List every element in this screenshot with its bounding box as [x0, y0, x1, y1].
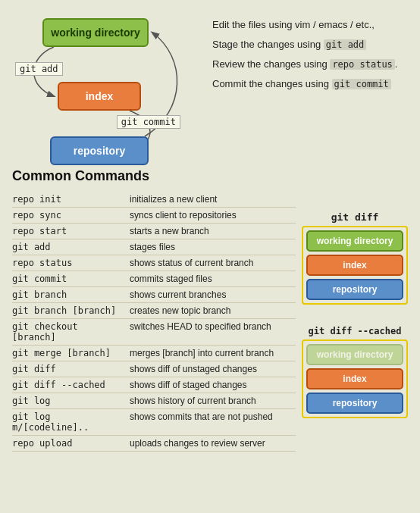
cmd-name: git diff --cached	[12, 380, 130, 390]
git-diff-label: git diff	[302, 211, 408, 223]
table-row: repo syncsyncs client to repositories	[12, 208, 296, 224]
table-row: repo statusshows status of current branc…	[12, 255, 296, 271]
cmd-name: git log	[12, 396, 130, 406]
cmd-name: repo start	[12, 226, 130, 236]
table-row: git diff --cachedshows diff of staged ch…	[12, 377, 296, 393]
cmd-desc: stages files	[130, 242, 296, 252]
commands-body: repo initinitializes a new clientrepo sy…	[12, 192, 408, 452]
table-row: repo initinitializes a new client	[12, 192, 296, 208]
instruction-line3: Review the changes using repo status.	[212, 56, 405, 73]
cmd-desc: shows current branches	[130, 289, 296, 300]
cmd-desc: uploads changes to review server	[130, 438, 296, 449]
diff-cached-index-box: index	[306, 368, 403, 389]
cmd-name: repo init	[12, 194, 130, 205]
git-add-label: git add	[15, 62, 63, 76]
cmd-desc: shows commits that are not pushed	[130, 411, 296, 422]
cmd-name: git add	[12, 242, 130, 252]
cmd-name: repo sync	[12, 210, 130, 221]
table-row: git branchshows current branches	[12, 287, 296, 303]
instruction-line1: Edit the files using vim / emacs / etc.,	[212, 17, 405, 33]
table-row: git addstages files	[12, 239, 296, 255]
index-label: index	[86, 90, 114, 102]
table-row: git log m/[codeline]..shows commits that…	[12, 409, 296, 436]
git-diff-panel: git diffworking directoryindexrepository…	[302, 192, 408, 452]
table-row: git merge [branch]merges [branch] into c…	[12, 346, 296, 361]
instruction-line4: Commit the changes using git commit	[212, 76, 405, 92]
git-diff-box: working directoryindexrepository	[302, 226, 408, 305]
top-section: working directory git add index git comm…	[0, 0, 420, 162]
instructions-area: Edit the files using vim / emacs / etc.,…	[209, 12, 408, 156]
diff-working-box: working directory	[306, 230, 403, 252]
cmd-name: git merge [branch]	[12, 348, 130, 358]
git-diff-cached-box: working directoryindexrepository	[302, 339, 408, 418]
repository-box: repository	[50, 136, 149, 165]
table-row: repo uploaduploads changes to review ser…	[12, 436, 296, 452]
diff-cached-repo-box: repository	[306, 393, 403, 414]
cmd-desc: syncs client to repositories	[130, 210, 296, 221]
cmd-name: repo status	[12, 258, 130, 268]
cmd-desc: shows history of current branch	[130, 396, 296, 406]
instruction-line2: Stage the changes using git add	[212, 36, 405, 53]
cmd-name: git log m/[codeline]..	[12, 411, 130, 433]
table-row: git commitcommits staged files	[12, 271, 296, 287]
cmd-desc: shows diff of unstaged changes	[130, 364, 296, 374]
diff-index-box: index	[306, 255, 403, 276]
table-row: git branch [branch]creates new topic bra…	[12, 303, 296, 319]
repository-label: repository	[74, 145, 125, 157]
cmd-name: git checkout [branch]	[12, 321, 130, 343]
commands-table: repo initinitializes a new clientrepo sy…	[12, 192, 296, 452]
git-diff-cached-label: git diff --cached	[302, 326, 408, 336]
cmd-desc: merges [branch] into current branch	[130, 348, 296, 358]
cmd-desc: switches HEAD to specified branch	[130, 321, 296, 332]
cmd-desc: creates new topic branch	[130, 305, 296, 316]
cmd-desc: shows diff of staged changes	[130, 380, 296, 390]
common-commands-heading: Common Commands	[12, 168, 408, 184]
cmd-desc: starts a new branch	[130, 226, 296, 236]
cmd-desc: initializes a new client	[130, 194, 296, 205]
index-box: index	[58, 82, 141, 111]
cmd-name: git branch [branch]	[12, 305, 130, 316]
working-directory-box: working directory	[42, 18, 149, 47]
diagram-area: working directory git add index git comm…	[12, 12, 202, 156]
cmd-desc: commits staged files	[130, 274, 296, 284]
cmd-desc: shows status of current branch	[130, 258, 296, 268]
common-commands-section: Common Commands repo initinitializes a n…	[0, 162, 420, 464]
cmd-name: repo upload	[12, 438, 130, 449]
cmd-name: git diff	[12, 364, 130, 374]
git-commit-label: git commit	[117, 115, 180, 129]
diff-repo-box: repository	[306, 279, 403, 300]
table-row: git diffshows diff of unstaged changes	[12, 361, 296, 377]
cmd-name: git branch	[12, 289, 130, 300]
table-row: repo startstarts a new branch	[12, 224, 296, 239]
cmd-name: git commit	[12, 274, 130, 284]
diff-cached-working-box: working directory	[306, 344, 403, 365]
working-directory-label: working directory	[51, 27, 139, 39]
table-row: git checkout [branch]switches HEAD to sp…	[12, 319, 296, 346]
table-row: git logshows history of current branch	[12, 393, 296, 409]
